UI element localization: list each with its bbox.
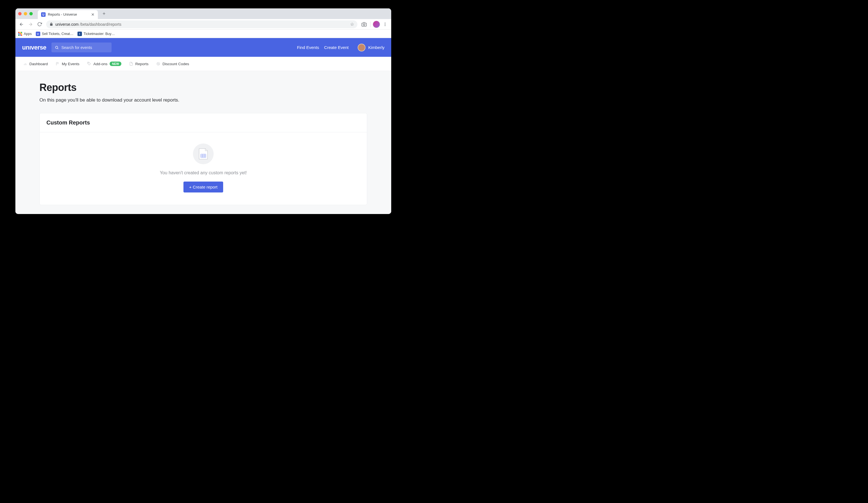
apps-label: Apps [24,32,32,36]
user-avatar [358,44,365,51]
toolbar-divider [370,22,371,27]
window-maximize-button[interactable] [29,12,33,16]
svg-point-13 [158,64,159,64]
tab-favicon: U [41,12,45,17]
bookmarks-bar: Apps U Sell Tickets, Creat… t Ticketmast… [16,30,391,38]
user-menu[interactable]: Kimberly [358,44,384,51]
tab-close-button[interactable]: ✕ [91,12,94,17]
window-controls [18,12,33,16]
app-header: unıverse Find Events Create Event Kimber… [16,38,391,57]
ticketmaster-favicon: t [78,32,82,36]
nav-label: Reports [135,62,148,66]
bookmark-ticketmaster[interactable]: t Ticketmaster: Buy… [78,32,115,36]
bar-chart-icon [23,62,27,66]
window-minimize-button[interactable] [24,12,27,16]
create-report-button[interactable]: + Create report [184,182,223,193]
svg-point-2 [385,24,386,24]
page-subtitle: On this page you'll be able to download … [39,97,367,103]
apps-bookmark[interactable]: Apps [18,32,32,36]
page-title: Reports [39,82,367,93]
nav-label: Dashboard [29,62,48,66]
new-badge: NEW [110,62,121,66]
create-event-link[interactable]: Create Event [324,45,349,50]
tag-icon [87,62,91,66]
forward-button[interactable] [27,20,34,28]
page-content: Reports On this page you'll be able to d… [16,71,391,214]
card-title: Custom Reports [40,113,367,132]
card-body: You haven't created any custom reports y… [40,132,367,205]
browser-window: U Reports - Universe ✕ + universe.com/be… [16,8,391,214]
tab-strip: U Reports - Universe ✕ + [16,8,391,19]
nav-my-events[interactable]: My Events [56,62,80,66]
svg-point-0 [363,23,365,25]
bookmark-label: Ticketmaster: Buy… [84,32,115,36]
nav-addons[interactable]: Add-ons NEW [87,62,121,66]
svg-point-4 [55,46,58,48]
window-close-button[interactable] [18,12,22,16]
document-icon [129,62,133,66]
browser-toolbar: universe.com/beta/dashboard/reports ☆ [16,19,391,30]
flag-icon [56,62,60,66]
find-events-link[interactable]: Find Events [297,45,319,50]
spreadsheet-icon [193,144,214,164]
reload-button[interactable] [35,20,43,28]
lock-icon [50,22,53,26]
bookmark-label: Sell Tickets, Creat… [42,32,74,36]
svg-point-9 [88,63,89,63]
url-domain: universe.com [55,22,79,27]
browser-menu-button[interactable] [381,20,389,28]
nav-discount-codes[interactable]: Discount Codes [156,62,189,66]
search-box[interactable] [51,42,112,52]
dashboard-nav: Dashboard My Events Add-ons NEW Reports [16,57,391,71]
percent-icon [156,62,160,66]
search-input[interactable] [62,45,108,50]
svg-point-3 [385,25,386,26]
universe-favicon: U [36,32,40,36]
nav-label: Discount Codes [163,62,189,66]
url-path: /beta/dashboard/reports [80,22,121,27]
nav-reports[interactable]: Reports [129,62,148,66]
nav-label: Add-ons [93,62,107,66]
user-name: Kimberly [368,45,384,50]
logo[interactable]: unıverse [22,44,46,51]
browser-tab[interactable]: U Reports - Universe ✕ [38,10,98,19]
bookmark-star-icon[interactable]: ☆ [350,22,354,27]
svg-point-1 [385,23,386,23]
address-bar[interactable]: universe.com/beta/dashboard/reports ☆ [46,20,358,28]
apps-icon [18,32,22,36]
profile-avatar-button[interactable] [373,21,380,28]
svg-line-5 [57,48,58,49]
bookmark-universe[interactable]: U Sell Tickets, Creat… [36,32,74,36]
empty-state-message: You haven't created any custom reports y… [160,171,247,175]
nav-dashboard[interactable]: Dashboard [23,62,48,66]
camera-icon[interactable] [360,20,368,28]
nav-label: My Events [62,62,80,66]
search-icon [55,45,59,50]
new-tab-button[interactable]: + [100,10,108,18]
back-button[interactable] [18,20,25,28]
custom-reports-card: Custom Reports [39,113,367,205]
tab-title: Reports - Universe [48,13,89,17]
